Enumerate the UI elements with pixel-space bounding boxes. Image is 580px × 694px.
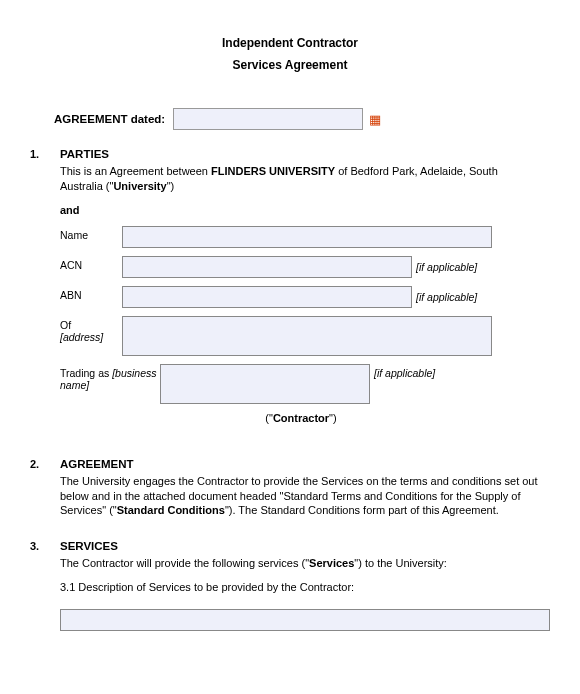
abn-row: ABN [if applicable] (60, 286, 542, 308)
agreement-dated-row: AGREEMENT dated: ▦ (54, 108, 550, 130)
section-body: PARTIES This is an Agreement between FLI… (60, 148, 550, 446)
section-services: 3. SERVICES The Contractor will provide … (30, 540, 550, 597)
title-line-1: Independent Contractor (30, 36, 550, 50)
name-row: Name (60, 226, 542, 248)
acn-label: ACN (60, 256, 122, 272)
section-number: 1. (30, 148, 60, 446)
name-label: Name (60, 226, 122, 242)
of-row: Of [address] (60, 316, 542, 356)
title-block: Independent Contractor Services Agreemen… (30, 36, 550, 72)
contractor-label: ("Contractor") (60, 412, 542, 424)
section-heading: AGREEMENT (60, 458, 542, 470)
section-agreement: 2. AGREEMENT The University engages the … (30, 458, 550, 529)
abn-note: [if applicable] (416, 291, 477, 303)
services-subsection: 3.1 Description of Services to be provid… (60, 581, 542, 593)
parties-intro: This is an Agreement between FLINDERS UN… (60, 164, 542, 194)
section-body: SERVICES The Contractor will provide the… (60, 540, 550, 597)
services-text: The Contractor will provide the followin… (60, 556, 542, 571)
title-line-2: Services Agreement (30, 58, 550, 72)
of-label: Of [address] (60, 316, 122, 344)
section-number: 2. (30, 458, 60, 529)
acn-row: ACN [if applicable] (60, 256, 542, 278)
section-heading: SERVICES (60, 540, 542, 552)
agreement-text: The University engages the Contractor to… (60, 474, 542, 519)
section-heading: PARTIES (60, 148, 542, 160)
section-body: AGREEMENT The University engages the Con… (60, 458, 550, 529)
acn-note: [if applicable] (416, 261, 477, 273)
section-number: 3. (30, 540, 60, 597)
trading-input[interactable] (160, 364, 370, 404)
calendar-icon[interactable]: ▦ (367, 111, 383, 127)
services-description-input[interactable] (60, 609, 550, 631)
name-input[interactable] (122, 226, 492, 248)
agreement-dated-label: AGREEMENT dated: (54, 113, 165, 125)
abn-input[interactable] (122, 286, 412, 308)
section-parties: 1. PARTIES This is an Agreement between … (30, 148, 550, 446)
acn-input[interactable] (122, 256, 412, 278)
abn-label: ABN (60, 286, 122, 302)
page: Independent Contractor Services Agreemen… (0, 0, 580, 641)
trading-label: Trading as [business name] (60, 364, 160, 392)
trading-note: [if applicable] (374, 364, 435, 379)
trading-row: Trading as [business name] [if applicabl… (60, 364, 542, 404)
address-input[interactable] (122, 316, 492, 356)
and-heading: and (60, 204, 542, 216)
agreement-dated-input[interactable] (173, 108, 363, 130)
